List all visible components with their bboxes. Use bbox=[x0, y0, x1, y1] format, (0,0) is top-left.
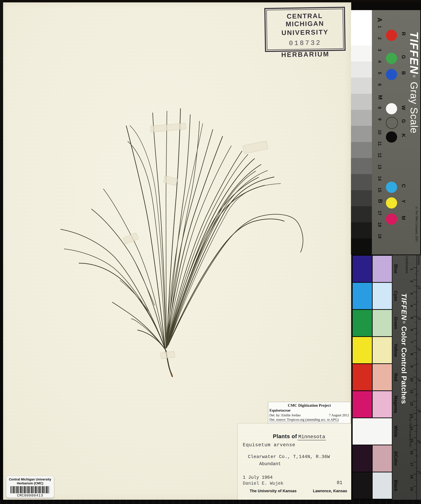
cm-halftick bbox=[415, 334, 416, 335]
gray-step-10 bbox=[351, 190, 372, 206]
cm-number-14: 14 bbox=[410, 426, 414, 430]
cm-number-8: 8 bbox=[410, 353, 414, 355]
cm-halftick bbox=[415, 492, 416, 492]
scale-index-11: 11 bbox=[377, 141, 382, 146]
barcode-org: Central Michigan University bbox=[6, 478, 54, 481]
ruler-divider bbox=[416, 255, 417, 500]
scale-index-B: B bbox=[377, 199, 384, 203]
cm-number-18: 18 bbox=[410, 475, 414, 479]
patch-magenta bbox=[353, 391, 372, 418]
ruler-unit-inches: Inches bbox=[417, 255, 421, 265]
inch-tick-1 bbox=[417, 286, 420, 287]
b-dot bbox=[386, 69, 397, 80]
gray-step-8 bbox=[351, 158, 372, 174]
cm-halftick bbox=[415, 286, 416, 286]
g-dot bbox=[386, 53, 397, 64]
cm-number-17: 17 bbox=[410, 462, 414, 467]
gray-step-1 bbox=[351, 46, 372, 61]
cm-tick-10 bbox=[413, 377, 416, 377]
gray-step-5 bbox=[351, 110, 372, 126]
cm-tick-3 bbox=[413, 292, 416, 292]
patch-label-yellow: Yellow bbox=[393, 343, 398, 357]
label-header: Plants of Minnesota bbox=[273, 433, 326, 440]
patch-blue bbox=[353, 256, 372, 282]
cm-halftick bbox=[415, 432, 416, 432]
cm-tick-12 bbox=[413, 401, 416, 402]
cm-tick-4 bbox=[413, 304, 416, 304]
scale-index-14: 14 bbox=[377, 176, 382, 181]
inch-halftick bbox=[417, 456, 418, 456]
gray-step-12 bbox=[351, 222, 372, 238]
scale-index-18: 18 bbox=[377, 222, 382, 227]
gray-step-13 bbox=[351, 239, 372, 254]
cm-number-4: 4 bbox=[410, 305, 414, 307]
cm-number-12: 12 bbox=[410, 402, 414, 406]
institution-place: Lawrence, Kansas bbox=[313, 489, 347, 493]
cm-halftick bbox=[415, 298, 416, 298]
patch-label-black: Black bbox=[393, 480, 398, 491]
dot-label-B: B bbox=[401, 71, 406, 75]
dot-label-Y: Y bbox=[401, 200, 406, 203]
cm-tick-7 bbox=[413, 340, 416, 341]
patch-white bbox=[353, 418, 392, 444]
patch-label-green: Green bbox=[393, 317, 398, 329]
cm-halftick bbox=[415, 322, 416, 323]
color-card-copyright: © The Tiffen Company, 2007 bbox=[409, 413, 412, 447]
cm-number-3: 3 bbox=[410, 293, 414, 294]
patch-black-pale bbox=[373, 472, 392, 499]
cm-tick-19 bbox=[413, 486, 416, 486]
scale-index-15: 15 bbox=[377, 187, 382, 192]
cm-halftick bbox=[415, 456, 416, 456]
scale-index-M: M bbox=[377, 95, 384, 100]
cm-halftick bbox=[415, 444, 416, 444]
cm-tick-13 bbox=[413, 413, 416, 414]
patch-red bbox=[353, 364, 372, 390]
grayscale-copyright: © The Tiffen Company, 2007 bbox=[415, 206, 418, 242]
dot-label-G: G bbox=[401, 119, 406, 123]
determination-source: Det. source: Tropicos.org (amending acc.… bbox=[269, 418, 339, 422]
cm-number-13: 13 bbox=[410, 414, 414, 418]
scale-index-A: A bbox=[376, 18, 383, 22]
cm-halftick bbox=[415, 347, 416, 347]
inch-number-1: 1 bbox=[418, 287, 421, 289]
scale-index-9: 9 bbox=[377, 118, 382, 120]
cm-tick-16 bbox=[413, 450, 416, 450]
grayscale-brand: TIFFEN®Gray Scale bbox=[408, 31, 421, 198]
inch-halftick bbox=[417, 363, 418, 364]
color-card-product: Color Control Patches bbox=[400, 326, 408, 404]
color-card-panel: TIFFEN® Color Control Patches © The Tiff… bbox=[392, 255, 421, 500]
cm-halftick bbox=[415, 274, 416, 274]
abundance: Abundant bbox=[259, 461, 281, 467]
accession-number: 018732 bbox=[267, 39, 343, 48]
cm-number-1: 1 bbox=[410, 268, 414, 270]
cm-halftick bbox=[415, 310, 416, 311]
collection-date: 1 July 1964 bbox=[243, 475, 273, 480]
scan-top-edge bbox=[0, 0, 421, 2]
inch-halftick bbox=[417, 302, 418, 302]
inch-tick-6 bbox=[417, 441, 420, 441]
cm-tick-5 bbox=[413, 316, 416, 317]
collection-number: 81 bbox=[337, 480, 342, 486]
grayscale-face: TIFFEN®Gray Scale © The Tiffen Company, … bbox=[372, 10, 420, 254]
herbarium-stamp: CENTRAL MICHIGAN UNIVERSITY 018732 HERBA… bbox=[264, 7, 346, 52]
k-dot bbox=[386, 132, 397, 143]
inch-number-3: 3 bbox=[418, 349, 421, 351]
determined-by: Det. by: Emilie Jordao bbox=[269, 413, 301, 417]
inch-halftick bbox=[417, 425, 418, 426]
gray-step-7 bbox=[351, 142, 372, 158]
inch-number-2: 2 bbox=[418, 318, 421, 320]
cm-number-7: 7 bbox=[410, 341, 414, 343]
scale-index-5: 5 bbox=[377, 72, 382, 74]
patch-label-red: Red bbox=[393, 373, 398, 381]
inch-tick-2 bbox=[417, 317, 420, 318]
stamp-line1: CENTRAL MICHIGAN bbox=[267, 12, 343, 28]
gray-step-2 bbox=[351, 61, 372, 78]
patch-label-cyan: Cyan bbox=[393, 291, 398, 301]
tiffen-logo: TIFFEN bbox=[408, 31, 421, 74]
inch-tick-7 bbox=[417, 471, 420, 472]
scan-bottom-edge bbox=[0, 500, 421, 504]
cm-number-19: 19 bbox=[410, 487, 414, 491]
cm-halftick bbox=[415, 395, 416, 396]
gray-step-3 bbox=[351, 78, 372, 94]
m-dot bbox=[386, 214, 397, 225]
